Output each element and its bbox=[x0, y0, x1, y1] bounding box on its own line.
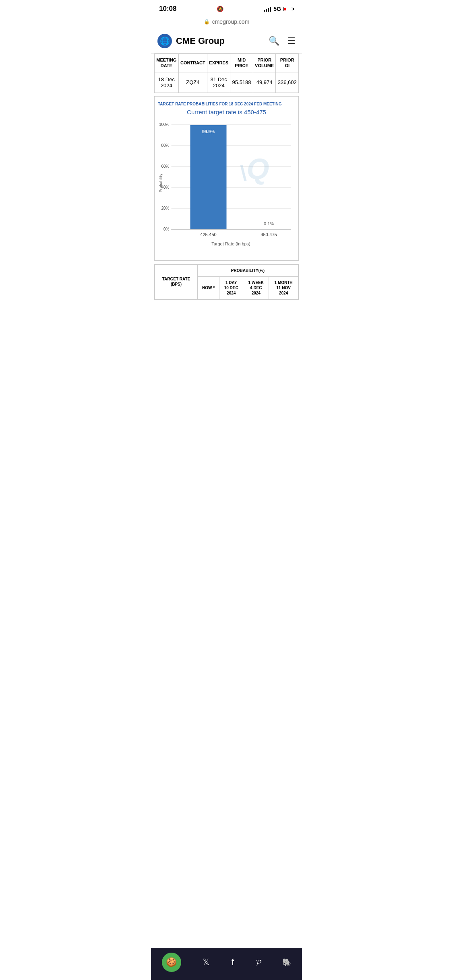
svg-line-22 bbox=[242, 165, 246, 181]
col-mid-price: MIDPRICE bbox=[230, 54, 253, 72]
probability-section: TARGET RATE(BPS) PROBABILITY(%) NOW * 1 … bbox=[154, 264, 299, 300]
url-text: cmegroup.com bbox=[212, 19, 250, 25]
battery-icon bbox=[283, 7, 294, 11]
svg-text:Probability: Probability bbox=[159, 173, 163, 192]
svg-text:425-450: 425-450 bbox=[200, 232, 216, 237]
prob-subhead-1day: 1 DAY10 DEC2024 bbox=[219, 276, 243, 299]
header-icons: 🔍 ☰ bbox=[269, 36, 296, 46]
prob-subhead-now: NOW * bbox=[197, 276, 219, 299]
col-expires: EXPIRES bbox=[207, 54, 230, 72]
cell-prior-oi: 336,602 bbox=[276, 72, 299, 93]
status-icons: 5G bbox=[264, 6, 294, 12]
page-content: MEETINGDATE CONTRACT EXPIRES MIDPRICE PR… bbox=[151, 54, 302, 332]
svg-text:Target Rate (in bps): Target Rate (in bps) bbox=[211, 241, 250, 246]
network-type: 5G bbox=[273, 6, 281, 12]
prob-subhead-1week: 1 WEEK4 DEC2024 bbox=[243, 276, 269, 299]
chart-section: TARGET RATE PROBABILITIES FOR 18 DEC 202… bbox=[154, 96, 299, 261]
chart-svg: 100% 80% 60% 40% 20% 0% Probability bbox=[158, 119, 295, 255]
contracts-table: MEETINGDATE CONTRACT EXPIRES MIDPRICE PR… bbox=[154, 54, 299, 93]
search-icon[interactable]: 🔍 bbox=[269, 36, 279, 46]
site-header: 🌐 CME Group 🔍 ☰ bbox=[151, 29, 302, 54]
svg-text:80%: 80% bbox=[161, 143, 169, 148]
menu-icon[interactable]: ☰ bbox=[288, 36, 296, 46]
col-prior-volume: PRIORVOLUME bbox=[253, 54, 276, 72]
prob-col-target-rate: TARGET RATE(BPS) bbox=[155, 264, 198, 299]
svg-text:0%: 0% bbox=[163, 227, 170, 231]
col-prior-oi: PRIOROI bbox=[276, 54, 299, 72]
status-bar: 10:08 🔕 5G bbox=[151, 0, 302, 16]
col-meeting-date: MEETINGDATE bbox=[155, 54, 179, 72]
svg-text:Q: Q bbox=[247, 153, 269, 185]
cell-mid-price: 95.5188 bbox=[230, 72, 253, 93]
prob-col-probability: PROBABILITY(%) bbox=[197, 264, 298, 276]
chart-subtitle: Current target rate is 450-475 bbox=[158, 109, 295, 115]
bar-450-475 bbox=[251, 229, 287, 229]
status-time: 10:08 bbox=[159, 5, 176, 13]
svg-text:60%: 60% bbox=[161, 164, 169, 169]
logo[interactable]: 🌐 CME Group bbox=[157, 34, 225, 48]
address-bar[interactable]: 🔒 cmegroup.com bbox=[151, 16, 302, 29]
svg-text:0.1%: 0.1% bbox=[264, 221, 274, 226]
lock-icon: 🔒 bbox=[204, 19, 210, 25]
cell-meeting-date: 18 Dec2024 bbox=[155, 72, 179, 93]
table-row: 18 Dec2024 ZQZ4 31 Dec2024 95.5188 49,97… bbox=[155, 72, 299, 93]
cell-expires: 31 Dec2024 bbox=[207, 72, 230, 93]
bar-425-450 bbox=[190, 125, 227, 229]
prob-subhead-1month: 1 MONTH11 NOV2024 bbox=[269, 276, 298, 299]
chart-title: TARGET RATE PROBABILITIES FOR 18 DEC 202… bbox=[158, 101, 295, 107]
svg-text:20%: 20% bbox=[161, 206, 169, 210]
cell-prior-volume: 49,974 bbox=[253, 72, 276, 93]
chart-container: 100% 80% 60% 40% 20% 0% Probability bbox=[158, 119, 295, 257]
svg-text:100%: 100% bbox=[159, 122, 170, 127]
mute-icon: 🔕 bbox=[217, 6, 223, 12]
svg-text:99.9%: 99.9% bbox=[202, 129, 215, 134]
probability-table: TARGET RATE(BPS) PROBABILITY(%) NOW * 1 … bbox=[155, 264, 298, 299]
signal-strength bbox=[264, 6, 271, 12]
svg-text:450-475: 450-475 bbox=[261, 232, 277, 237]
col-contract: CONTRACT bbox=[178, 54, 207, 72]
globe-icon: 🌐 bbox=[157, 34, 172, 48]
cell-contract: ZQZ4 bbox=[178, 72, 207, 93]
logo-text: CME Group bbox=[176, 36, 225, 46]
